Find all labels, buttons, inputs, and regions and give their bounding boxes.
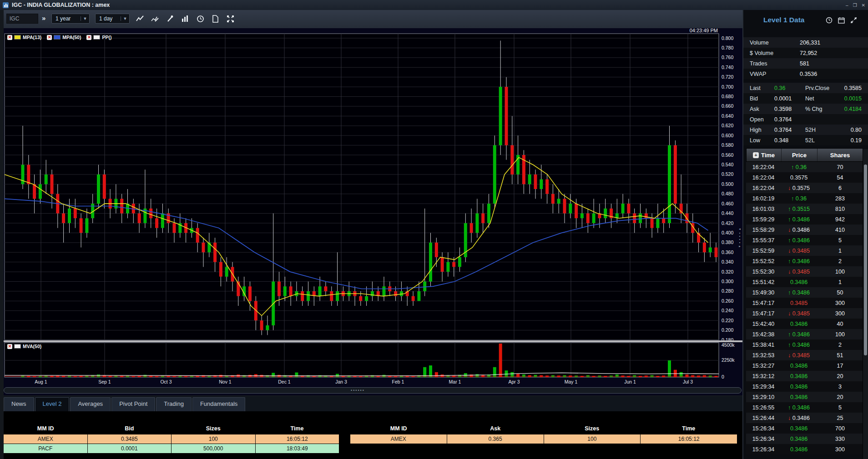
tape-row[interactable]: 15:32:27 0.3486 17: [746, 360, 863, 371]
symbol-input[interactable]: [6, 14, 38, 24]
tape-shares: 20: [817, 394, 863, 400]
tape-row[interactable]: 15:51:42 0.3486 1: [746, 277, 863, 287]
collapse-panel-icon[interactable]: [850, 16, 857, 24]
tape-row[interactable]: 15:26:34 0.3486 700: [746, 423, 863, 434]
line-chart-icon[interactable]: [136, 14, 145, 23]
clock-icon[interactable]: [825, 16, 833, 24]
more-options-button[interactable]: »: [42, 14, 45, 22]
svg-text:0.400: 0.400: [722, 230, 733, 235]
tape-row[interactable]: 15:26:44 ↓ 0.3486 25: [746, 413, 863, 423]
tape-row[interactable]: 16:02:19 ↑ 0.36 283: [746, 193, 863, 204]
tape-row[interactable]: 16:01:03 ↑ 0.3515 810: [746, 204, 863, 214]
tape-row[interactable]: 15:26:34 0.3486 300: [746, 444, 863, 454]
add-column-icon[interactable]: +: [753, 152, 759, 158]
svg-text:Sep 1: Sep 1: [98, 379, 111, 384]
tape-shares: 25: [817, 415, 863, 421]
tape-row[interactable]: 15:47:17 ↓ 0.3485 300: [746, 308, 863, 319]
tape-col-time[interactable]: +Time: [747, 152, 781, 159]
interval-select[interactable]: 1 day ▼: [95, 14, 130, 24]
stat-value: 72,952: [800, 50, 817, 56]
svg-text:Nov 1: Nov 1: [219, 379, 232, 384]
tape-row[interactable]: 15:52:52 ↑ 0.3486 2: [746, 256, 863, 266]
tape-row[interactable]: 15:26:34 0.3486 330: [746, 434, 863, 444]
tape-price: ↑ 0.36: [781, 164, 817, 170]
brush-icon[interactable]: [166, 14, 175, 23]
svg-text:May 1: May 1: [565, 379, 578, 384]
level2-bid-table: MM ID Bid Sizes Time AMEX0.348510016:05:…: [4, 423, 339, 454]
level2-cell: 16:05:12: [256, 434, 339, 444]
stat-row: Trades 581: [743, 58, 868, 69]
tape-price: 0.3575: [781, 175, 817, 181]
tab-level-2[interactable]: Level 2: [35, 397, 70, 411]
tape-row[interactable]: 15:42:40 0.3486 40: [746, 319, 863, 329]
range-select[interactable]: 1 year ▼: [51, 14, 90, 24]
tape-row[interactable]: 15:29:10 0.3486 20: [746, 392, 863, 402]
tape-row[interactable]: 16:22:04 ↓ 0.3575 6: [746, 183, 863, 193]
panel-title: Level 1 Data: [743, 16, 804, 24]
tape-shares: 300: [817, 446, 863, 453]
tab-averages[interactable]: Averages: [70, 397, 111, 411]
tape-row[interactable]: 15:32:12 0.3486 20: [746, 371, 863, 381]
tape-row[interactable]: 16:22:04 ↑ 0.36 70: [746, 162, 863, 172]
level2-row[interactable]: AMEX0.36510016:05:12: [350, 434, 737, 444]
tab-fundamentals[interactable]: Fundamentals: [192, 397, 245, 411]
svg-text:0.620: 0.620: [722, 123, 733, 128]
level2-row[interactable]: PACF0.0001500,00018:03:49: [4, 444, 339, 454]
svg-text:0.460: 0.460: [722, 201, 733, 206]
tape-row[interactable]: 15:58:29 ↓ 0.3486 410: [746, 225, 863, 235]
maximize-button[interactable]: ❐: [853, 3, 857, 8]
price-chart-area[interactable]: 04:23:49 PM0.8000.7800.7600.7400.7200.70…: [4, 28, 742, 395]
level2-row[interactable]: AMEX0.348510016:05:12: [4, 434, 339, 444]
tape-row[interactable]: 15:38:41 ↑ 0.3486 2: [746, 339, 863, 350]
close-icon[interactable]: ✕: [7, 344, 12, 349]
draw-chart-icon[interactable]: [151, 14, 160, 23]
tape-col-price[interactable]: Price: [781, 149, 818, 161]
tape-price: ↑ 0.3515: [781, 206, 817, 212]
tape-time: 15:52:30: [746, 269, 781, 275]
tape-row[interactable]: 15:47:17 0.3485 300: [746, 298, 863, 308]
chart-horizontal-scrollbar[interactable]: ••••••: [4, 387, 742, 394]
tape-price: ↓ 0.3486: [781, 227, 817, 233]
level2-cell: AMEX: [350, 434, 447, 444]
ask-table-header: MM ID Ask Sizes Time: [350, 423, 737, 434]
tape-price: ↑ 0.3486: [781, 258, 817, 264]
clock-icon[interactable]: [196, 14, 205, 23]
panel-splitter-handle[interactable]: ◂ •••• ▸: [737, 218, 742, 257]
tape-scrollbar[interactable]: [863, 149, 868, 459]
tab-trading[interactable]: Trading: [156, 397, 192, 411]
down-arrow-icon: ↓: [788, 227, 792, 233]
calendar-icon[interactable]: [838, 16, 845, 24]
expand-icon[interactable]: [226, 14, 235, 23]
tape-row[interactable]: 15:52:30 ↓ 0.3485 100: [746, 266, 863, 277]
quote-row: Low 0.348 52L 0.19: [743, 135, 868, 145]
close-button[interactable]: ✕: [862, 3, 865, 8]
tape-row[interactable]: 15:55:37 ↑ 0.3486 5: [746, 235, 863, 245]
document-icon[interactable]: [211, 14, 220, 23]
tape-col-shares[interactable]: Shares: [818, 152, 863, 159]
tape-row[interactable]: 15:26:55 ↑ 0.3486 5: [746, 402, 863, 413]
tape-row[interactable]: 15:42:38 ↑ 0.3486 100: [746, 329, 863, 339]
collapse-left-icon: ◂: [739, 227, 741, 231]
bar-chart-icon[interactable]: [181, 14, 190, 23]
tape-row[interactable]: 15:52:59 ↓ 0.3485 1: [746, 245, 863, 256]
tape-row[interactable]: 15:49:30 ↑ 0.3486 50: [746, 287, 863, 298]
tape-row[interactable]: 15:59:29 ↑ 0.3486 942: [746, 214, 863, 225]
level2-cell: PACF: [4, 444, 88, 453]
tape-row[interactable]: 15:32:53 ↓ 0.3485 51: [746, 350, 863, 360]
close-icon[interactable]: ✕: [47, 35, 52, 40]
tape-time: 15:42:38: [746, 331, 781, 338]
tab-pivot-point[interactable]: Pivot Point: [111, 397, 155, 411]
level2-cell: 100: [172, 434, 256, 444]
svg-text:4500k: 4500k: [722, 342, 735, 348]
tape-scrollbar-thumb[interactable]: [864, 165, 867, 355]
svg-text:0.360: 0.360: [722, 249, 733, 255]
tape-row[interactable]: 15:29:34 0.3486 3: [746, 381, 863, 392]
close-icon[interactable]: ✕: [86, 35, 91, 40]
tab-news[interactable]: News: [4, 397, 34, 411]
close-icon[interactable]: ✕: [7, 35, 12, 40]
legend-item: ✕ PP(): [86, 35, 111, 40]
tape-time: 16:22:04: [746, 175, 781, 181]
candlestick-chart[interactable]: 04:23:49 PM0.8000.7800.7600.7400.7200.70…: [4, 28, 742, 395]
tape-row[interactable]: 16:22:04 0.3575 54: [746, 172, 863, 183]
minimize-button[interactable]: –: [846, 3, 848, 8]
